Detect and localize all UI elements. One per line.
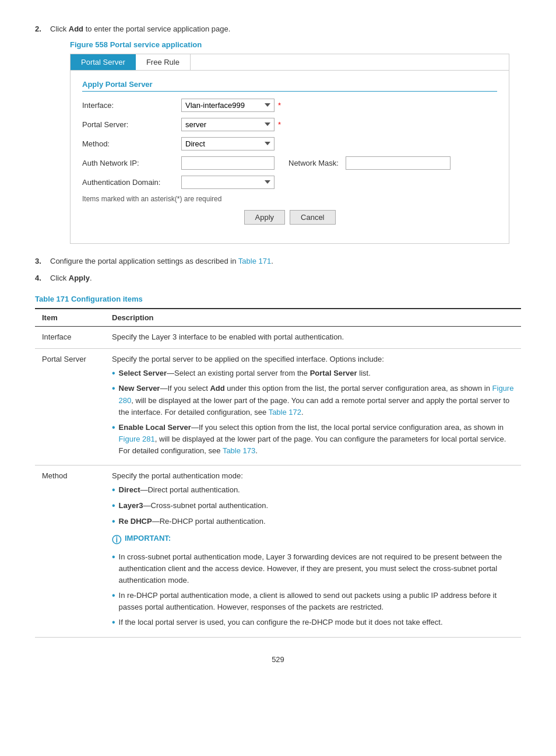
cancel-button[interactable]: Cancel	[290, 210, 335, 225]
auth-domain-control	[181, 176, 275, 189]
auth-network-ip-control: Network Mask:	[181, 156, 451, 170]
item-portal-server: Portal Server	[35, 348, 105, 466]
auth-network-ip-input[interactable]	[181, 156, 275, 170]
figure-title: Figure 558 Portal service application	[70, 40, 521, 49]
method-label: Method:	[82, 139, 181, 148]
bullet-text: In re-DHCP portal authentication mode, a…	[119, 590, 514, 613]
list-item: • In re-DHCP portal authentication mode,…	[112, 590, 514, 613]
step-4-number: 4.	[35, 272, 45, 285]
method-bullets: • Direct—Direct portal authentication. •…	[112, 484, 514, 527]
bullet-text: Layer3—Cross-subnet portal authenticatio…	[119, 500, 269, 512]
interface-row: Interface: Vlan-interface999 *	[82, 99, 497, 112]
step-2-text: Click Add to enter the portal service ap…	[50, 23, 230, 36]
tab-portal-server[interactable]: Portal Server	[71, 54, 136, 70]
button-row: Apply Cancel	[82, 210, 497, 234]
desc-portal-server: Specify the portal server to be applied …	[105, 348, 521, 466]
auth-domain-select[interactable]	[181, 176, 275, 189]
method-select[interactable]: Direct	[181, 137, 275, 150]
interface-required-star: *	[278, 101, 281, 110]
section-title: Apply Portal Server	[82, 80, 497, 92]
bullet-text: If the local portal server is used, you …	[119, 617, 443, 628]
figure-280-link[interactable]: Figure 280	[119, 384, 514, 404]
tab-free-rule[interactable]: Free Rule	[136, 54, 191, 70]
bullet-icon: •	[112, 422, 115, 434]
bullet-icon: •	[112, 383, 115, 395]
bullet-text: New Server—If you select Add under this …	[119, 383, 514, 418]
tabs-bar: Portal Server Free Rule	[71, 54, 509, 71]
bullet-icon: •	[112, 484, 115, 496]
network-mask-label: Network Mask:	[288, 159, 339, 167]
form-body: Apply Portal Server Interface: Vlan-inte…	[71, 71, 509, 243]
bullet-icon: •	[112, 500, 115, 512]
portal-server-select[interactable]: server	[181, 118, 275, 131]
list-item: • Enable Local Server—If you select this…	[112, 422, 514, 457]
step-3-number: 3.	[35, 256, 45, 268]
interface-label: Interface:	[82, 101, 181, 110]
step-2-bold: Add	[69, 24, 83, 33]
col-item: Item	[35, 309, 105, 327]
portal-server-row: Portal Server: server *	[82, 118, 497, 131]
item-method: Method	[35, 466, 105, 638]
asterisk-note: Items marked with an asterisk(*) are req…	[82, 195, 497, 203]
config-table: Item Description Interface Specify the L…	[35, 308, 521, 638]
network-mask-input[interactable]	[346, 156, 451, 170]
step-4-bold: Apply	[69, 274, 90, 282]
item-interface: Interface	[35, 327, 105, 348]
bullet-icon: •	[112, 617, 115, 629]
step-2: 2. Click Add to enter the portal service…	[35, 23, 521, 36]
list-item: • In cross-subnet portal authentication …	[112, 551, 514, 586]
important-box: ⓘ IMPORTANT:	[112, 533, 514, 548]
table-row: Interface Specify the Layer 3 interface …	[35, 327, 521, 348]
step-2-number: 2.	[35, 23, 45, 36]
figure-281-link[interactable]: Figure 281	[119, 435, 155, 443]
portal-server-required-star: *	[278, 120, 281, 129]
auth-network-ip-label: Auth Network IP:	[82, 159, 181, 167]
table-row: Portal Server Specify the portal server …	[35, 348, 521, 466]
bullet-icon: •	[112, 368, 115, 380]
desc-interface: Specify the Layer 3 interface to be enab…	[105, 327, 521, 348]
table-173-link[interactable]: Table 173	[223, 446, 255, 455]
interface-control: Vlan-interface999 *	[181, 99, 281, 112]
step-3-link[interactable]: Table 171	[238, 257, 271, 265]
list-item: • New Server—If you select Add under thi…	[112, 383, 514, 418]
desc-method: Specify the portal authentication mode: …	[105, 466, 521, 638]
page-number: 529	[35, 655, 521, 664]
method-intro: Specify the portal authentication mode:	[112, 471, 243, 480]
bullet-text: In cross-subnet portal authentication mo…	[119, 551, 514, 586]
col-description: Description	[105, 309, 521, 327]
step-4: 4. Click Apply.	[35, 272, 521, 285]
portal-server-bullets: • Select Server—Select an existing porta…	[112, 368, 514, 457]
auth-domain-row: Authentication Domain:	[82, 176, 497, 189]
portal-service-form: Portal Server Free Rule Apply Portal Ser…	[70, 54, 509, 244]
bullet-text: Enable Local Server—If you select this o…	[119, 422, 514, 457]
bullet-text: Select Server—Select an existing portal …	[119, 368, 371, 379]
bullet-icon: •	[112, 516, 115, 528]
step-4-text: Click Apply.	[50, 272, 92, 285]
list-item: • Re DHCP—Re-DHCP portal authentication.	[112, 516, 514, 528]
list-item: • Layer3—Cross-subnet portal authenticat…	[112, 500, 514, 512]
important-label: IMPORTANT:	[125, 533, 171, 544]
portal-server-control: server *	[181, 118, 281, 131]
auth-network-ip-row: Auth Network IP: Network Mask:	[82, 156, 497, 170]
bullet-text: Re DHCP—Re-DHCP portal authentication.	[119, 516, 266, 527]
bullet-icon: •	[112, 551, 115, 564]
apply-button[interactable]: Apply	[244, 210, 286, 225]
bullet-icon: •	[112, 590, 115, 602]
list-item: • Direct—Direct portal authentication.	[112, 484, 514, 496]
important-bullets: • In cross-subnet portal authentication …	[112, 551, 514, 629]
method-control: Direct	[181, 137, 275, 150]
portal-server-label: Portal Server:	[82, 120, 181, 129]
important-icon: ⓘ	[112, 533, 121, 548]
bullet-text: Direct—Direct portal authentication.	[119, 484, 240, 496]
step-3: 3. Configure the portal application sett…	[35, 256, 521, 268]
table-title: Table 171 Configuration items	[35, 295, 521, 303]
method-row: Method: Direct	[82, 137, 497, 150]
list-item: • If the local portal server is used, yo…	[112, 617, 514, 629]
table-172-link[interactable]: Table 172	[269, 408, 301, 416]
interface-select[interactable]: Vlan-interface999	[181, 99, 275, 112]
step-3-text: Configure the portal application setting…	[50, 256, 273, 268]
list-item: • Select Server—Select an existing porta…	[112, 368, 514, 380]
auth-domain-label: Authentication Domain:	[82, 178, 181, 187]
table-row: Method Specify the portal authentication…	[35, 466, 521, 638]
